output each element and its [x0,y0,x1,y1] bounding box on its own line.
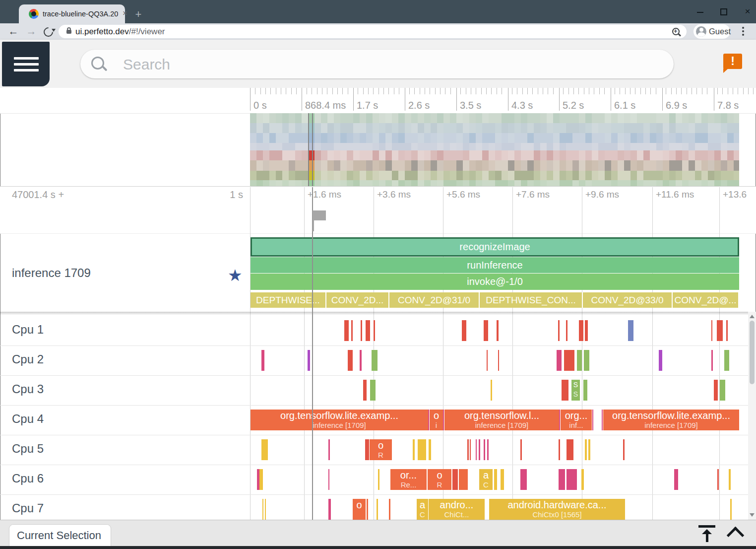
cpu-slice[interactable] [377,499,378,520]
cpu-slice[interactable] [443,410,444,430]
cpu-slice[interactable] [674,469,678,490]
cpu-slice[interactable] [579,320,583,341]
cpu-named-slice[interactable]: o [353,499,366,520]
dock-to-top-icon[interactable] [698,525,715,542]
cpu-slice[interactable] [711,350,713,371]
cpu-named-slice[interactable]: org...inf... [561,410,592,430]
cpu-named-slice[interactable]: aC [417,499,428,520]
cpu-slice[interactable] [588,439,590,460]
cpu-slice[interactable] [585,320,588,341]
cpu-named-slice[interactable]: oi [430,410,443,430]
cpu-slice[interactable] [567,469,577,490]
cpu-slice[interactable] [581,469,584,490]
cpu-slice[interactable] [487,350,488,371]
cpu-slice[interactable] [479,439,480,460]
search-bar[interactable] [80,50,674,78]
cpu-slice[interactable] [428,410,429,430]
cpu-slice[interactable] [717,469,719,490]
cpu-named-slice[interactable]: andro...ChiCt... [429,499,485,520]
slice-runInference[interactable]: runInference [251,257,739,273]
cpu-slice[interactable] [584,350,589,371]
report-error-button[interactable]: ! [723,54,742,69]
cpu-named-slice[interactable]: org.tensorflow.l...inference [1709] [444,410,559,430]
cpu-slice[interactable] [418,439,426,460]
cpu-slice[interactable] [363,380,367,401]
cpu-slice[interactable] [367,499,368,520]
cpu-slice[interactable] [491,380,492,401]
cpu-slice[interactable] [378,469,379,490]
current-selection-tab[interactable]: Current Selection [9,524,111,547]
cpu-named-slice[interactable]: android.hardware.ca...ChiCtx0 [1565] [489,499,625,520]
cpu-slice[interactable] [501,469,504,490]
cpu-slice[interactable] [564,350,574,371]
cpu-slice[interactable] [261,350,264,371]
cpu-slice[interactable] [413,439,415,460]
cpu-slice[interactable] [348,350,353,371]
browser-menu-icon[interactable] [742,27,744,29]
cpu-slice[interactable] [566,320,567,341]
cpu-slice[interactable] [328,469,329,490]
chevron-up-icon[interactable] [727,527,744,544]
cpu-named-slice[interactable]: SS [571,380,580,401]
minimap-viewport-line[interactable] [312,113,313,186]
cpu-slice[interactable] [372,350,378,371]
cpu-slice[interactable] [623,439,625,460]
cpu-slice[interactable] [726,320,728,341]
op-slice[interactable]: CONV_2D@33/0 [583,292,673,308]
search-input[interactable] [122,54,640,75]
window-close-button[interactable]: × [743,7,752,16]
window-maximize-button[interactable] [720,8,727,15]
cpu-slice[interactable] [567,439,573,460]
profile-button[interactable]: Guest [693,24,730,39]
cpu-slice[interactable] [328,439,330,460]
cpu-named-slice[interactable]: org.tensorflow.lite.examp...inference [1… [251,410,428,430]
cpu-slice[interactable] [730,499,732,520]
cpu-slice[interactable] [459,469,468,490]
cpu-slice[interactable] [602,410,603,430]
slice-recognizeImage[interactable]: recognizeImage [251,237,739,257]
scroll-down-arrow-icon[interactable] [750,513,755,517]
cpu-named-slice[interactable]: org.tensorflow.lite.examp...inference [1… [603,410,739,430]
cpu-slice[interactable] [366,320,370,341]
cpu-slice[interactable] [724,350,729,371]
op-slice[interactable]: CONV_2D... [326,292,389,308]
window-minimize-button[interactable] [697,12,703,13]
cpu-slice[interactable] [559,469,565,490]
cpu-slice[interactable] [592,410,593,430]
cpu-slice[interactable] [351,320,353,341]
cpu-slice[interactable] [729,469,731,490]
cpu-slice[interactable] [585,439,587,460]
back-button[interactable]: ← [7,25,20,38]
cpu-slice[interactable] [429,439,431,460]
cpu-slice[interactable] [476,439,477,460]
cpu-slice[interactable] [370,380,376,401]
cpu-slice[interactable] [520,439,522,460]
cpu-slice[interactable] [484,320,488,341]
browser-tab[interactable]: trace-blueline-QQ3A.200805. × [19,4,125,23]
forward-button[interactable]: → [25,25,38,38]
cpu-slice[interactable] [583,380,587,401]
cpu-slice[interactable] [559,410,560,430]
cpu-slice[interactable] [494,469,497,490]
scroll-up-arrow-icon[interactable] [750,315,755,318]
cpu-slice[interactable] [344,320,349,341]
cpu-slice[interactable] [262,499,263,520]
cpu-slice[interactable] [711,320,712,341]
cpu-slice[interactable] [628,320,633,341]
pin-track-icon[interactable]: ★ [228,266,243,285]
cpu-slice[interactable] [720,380,725,401]
cpu-slice[interactable] [498,350,499,371]
cpu-slice[interactable] [562,380,568,401]
cpu-slice[interactable] [462,320,466,341]
op-slice[interactable]: CONV_2D@31/0 [389,292,480,308]
cpu-slice[interactable] [558,320,560,341]
time-ruler[interactable]: 0 s868.4 ms1.7 s2.6 s3.5 s4.3 s5.2 s6.1 … [0,88,756,114]
zoom-page-icon[interactable] [672,28,680,35]
reload-button[interactable] [42,25,55,39]
cpu-slice[interactable] [577,350,582,371]
cpu-slice[interactable] [714,380,718,401]
cpu-slice[interactable] [360,350,362,371]
cpu-slice[interactable] [557,350,562,371]
cpu-named-slice[interactable]: oR [370,439,392,460]
trace-overview-minimap[interactable] [250,113,739,186]
